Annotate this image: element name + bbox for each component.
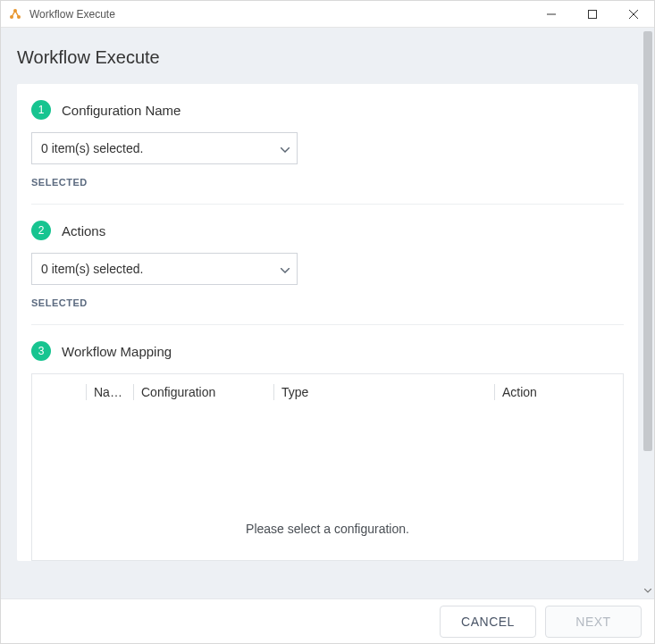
- minimize-button[interactable]: [531, 1, 572, 28]
- step-title-1: Configuration Name: [62, 103, 181, 118]
- step-number-2: 2: [31, 221, 51, 240]
- page-title: Workflow Execute: [17, 47, 638, 68]
- step-title-3: Workflow Mapping: [62, 344, 172, 359]
- card: 1 Configuration Name 0 item(s) selected.…: [17, 84, 638, 561]
- step-workflow-mapping: 3 Workflow Mapping Na… Configuration Typ…: [31, 341, 624, 561]
- scrollbar[interactable]: [642, 29, 654, 597]
- selected-label-1: SELECTED: [31, 177, 624, 188]
- divider: [31, 324, 624, 325]
- footer: CANCEL NEXT: [1, 598, 654, 643]
- step-number-3: 3: [31, 341, 51, 361]
- column-separator: [86, 384, 87, 400]
- selected-label-2: SELECTED: [31, 297, 624, 308]
- titlebar: Workflow Execute: [1, 1, 654, 28]
- column-header-action[interactable]: Action: [502, 385, 623, 399]
- maximize-button[interactable]: [572, 1, 613, 28]
- window-title: Workflow Execute: [29, 8, 115, 21]
- actions-dropdown[interactable]: 0 item(s) selected.: [31, 253, 298, 285]
- header: Workflow Execute: [1, 28, 654, 68]
- app-icon: [8, 7, 22, 21]
- column-separator: [273, 384, 274, 400]
- step-number-1: 1: [31, 100, 51, 120]
- client-area: Workflow Execute 1 Configuration Name 0 …: [1, 28, 654, 598]
- dropdown-label: 0 item(s) selected.: [41, 262, 281, 276]
- divider: [31, 204, 624, 205]
- table-header: Na… Configuration Type Action: [32, 374, 623, 410]
- column-header-name[interactable]: Na…: [94, 385, 126, 399]
- workflow-mapping-table: Na… Configuration Type Action Please sel…: [31, 373, 624, 561]
- close-button[interactable]: [613, 1, 654, 28]
- empty-state-message: Please select a configuration.: [32, 522, 623, 536]
- caret-down-icon: [281, 262, 290, 276]
- svg-rect-3: [589, 10, 597, 18]
- column-separator: [494, 384, 495, 400]
- scrollbar-down-button[interactable]: [642, 584, 654, 597]
- step-title-2: Actions: [62, 223, 105, 238]
- caret-down-icon: [281, 141, 290, 155]
- configuration-name-dropdown[interactable]: 0 item(s) selected.: [31, 132, 298, 164]
- step-actions: 2 Actions 0 item(s) selected. SELECTED: [31, 221, 624, 325]
- dropdown-label: 0 item(s) selected.: [41, 141, 281, 155]
- next-button[interactable]: NEXT: [545, 606, 642, 638]
- step-configuration-name: 1 Configuration Name 0 item(s) selected.…: [31, 100, 624, 205]
- scrollbar-thumb[interactable]: [643, 31, 652, 451]
- column-header-configuration[interactable]: Configuration: [141, 385, 266, 399]
- window: Workflow Execute Workflow Execute 1 Conf…: [0, 0, 655, 644]
- cancel-button[interactable]: CANCEL: [440, 606, 536, 638]
- column-header-type[interactable]: Type: [281, 385, 487, 399]
- column-separator: [133, 384, 134, 400]
